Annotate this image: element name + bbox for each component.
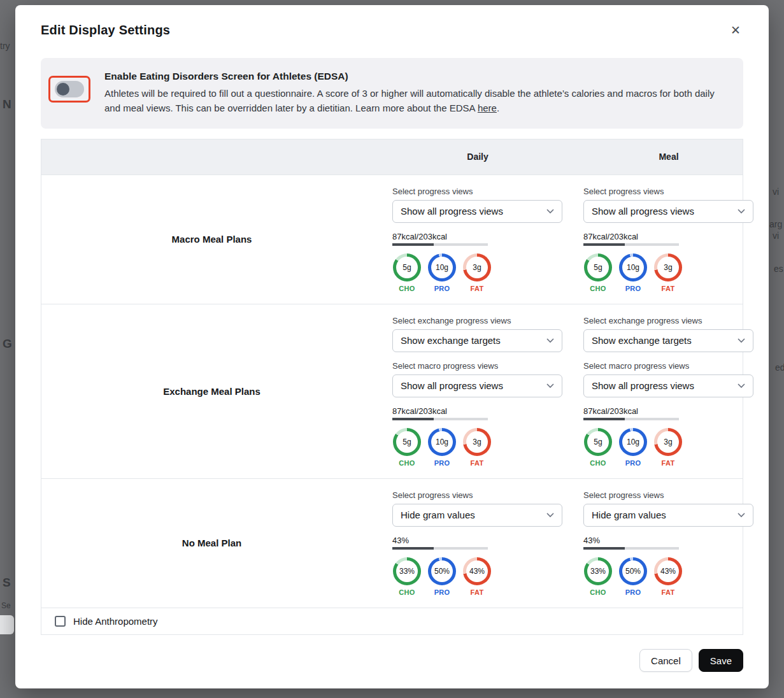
background-text-fragment: ed <box>775 362 784 373</box>
select-label: Select progress views <box>392 490 563 500</box>
edsa-text: Enable Eating Disorders Screen for Athle… <box>104 71 725 116</box>
edsa-toggle[interactable] <box>55 81 84 97</box>
row-label-macro-meal-plans: Macro Meal Plans <box>41 175 382 304</box>
macro-daily-cell: Select progress views Show all progress … <box>382 175 573 304</box>
macro-daily-progress-views-select[interactable]: Show all progress views <box>392 200 562 223</box>
chevron-down-icon <box>546 513 554 518</box>
edsa-description: Athletes will be required to fill out a … <box>104 86 725 116</box>
progress-preview: 87kcal/203kcal 5gCHO 10gPRO 3gFAT <box>392 406 563 467</box>
nomealplan-daily-progress-views-select[interactable]: Hide gram values <box>392 504 562 527</box>
background-text-fragment: Se <box>1 601 11 610</box>
background-text-fragment: S <box>3 576 11 590</box>
cho-ring: 33%CHO <box>583 557 613 596</box>
select-label: Select macro progress views <box>392 361 563 371</box>
fat-ring: 43%FAT <box>653 557 683 596</box>
chevron-down-icon <box>738 209 745 214</box>
fat-ring: 3gFAT <box>653 253 683 292</box>
edsa-panel: Enable Eating Disorders Screen for Athle… <box>41 58 743 129</box>
fat-ring: 43%FAT <box>462 557 492 596</box>
edsa-title: Enable Eating Disorders Screen for Athle… <box>104 71 725 82</box>
display-settings-table: Daily Meal Macro Meal Plans Select progr… <box>41 139 743 635</box>
background-text-fragment: try <box>0 41 10 51</box>
select-label: Select macro progress views <box>583 361 754 371</box>
row-label-exchange-meal-plans: Exchange Meal Plans <box>41 304 382 478</box>
cho-ring: 33%CHO <box>392 557 422 596</box>
fat-ring: 3gFAT <box>462 428 492 467</box>
chevron-down-icon <box>738 338 745 343</box>
select-label: Select progress views <box>392 187 563 196</box>
background-text-fragment: vi <box>773 187 779 197</box>
table-row: No Meal Plan Select progress views Hide … <box>41 478 743 608</box>
edsa-desc-before: Athletes will be required to fill out a … <box>104 88 715 113</box>
pro-ring: 50%PRO <box>427 557 457 596</box>
column-header-daily: Daily <box>382 152 573 162</box>
cho-ring: 5gCHO <box>583 253 613 292</box>
toggle-highlight-box <box>48 76 90 103</box>
background-text-fragment: N <box>3 97 11 111</box>
progress-preview: 87kcal/203kcal 5gCHO 10gPRO 3gFAT <box>583 406 754 467</box>
table-row: Macro Meal Plans Select progress views S… <box>41 174 743 304</box>
progress-preview: 87kcal/203kcal 5gCHO 10gPRO 3gFAT <box>583 232 754 292</box>
background-input-fragment <box>0 615 14 634</box>
select-label: Select exchange progress views <box>392 316 563 325</box>
nomealplan-meal-progress-views-select[interactable]: Hide gram values <box>583 504 753 527</box>
hide-anthropometry-label: Hide Anthropometry <box>73 616 158 627</box>
exchange-daily-macro-progress-select[interactable]: Show all progress views <box>392 374 562 397</box>
row-label-no-meal-plan: No Meal Plan <box>41 479 382 608</box>
chevron-down-icon <box>546 383 554 388</box>
table-header: Daily Meal <box>41 139 743 174</box>
close-icon[interactable]: ✕ <box>728 22 743 39</box>
modal-title: Edit Display Settings <box>41 23 170 38</box>
progress-preview: 87kcal/203kcal 5gCHO 10gPRO 3gFAT <box>392 232 563 292</box>
pro-ring: 10gPRO <box>618 253 648 292</box>
edsa-here-link[interactable]: here <box>478 103 497 113</box>
background-text-fragment: arg <box>769 219 782 229</box>
exchange-meal-macro-progress-select[interactable]: Show all progress views <box>583 374 753 397</box>
exchange-daily-cell: Select exchange progress views Show exch… <box>382 304 573 478</box>
macro-meal-progress-views-select[interactable]: Show all progress views <box>583 200 753 223</box>
edit-display-settings-modal: Edit Display Settings ✕ Enable Eating Di… <box>15 5 769 688</box>
background-text-fragment: G <box>3 337 12 351</box>
pro-ring: 50%PRO <box>618 557 648 596</box>
save-button[interactable]: Save <box>699 649 743 672</box>
progress-preview: 43% 33%CHO 50%PRO 43%FAT <box>583 536 754 596</box>
exchange-meal-exchange-progress-select[interactable]: Show exchange targets <box>583 329 753 352</box>
cho-ring: 5gCHO <box>392 428 422 467</box>
edsa-desc-after: . <box>497 103 499 113</box>
chevron-down-icon <box>546 209 554 214</box>
cho-ring: 5gCHO <box>392 253 422 292</box>
percent-progress-bar <box>583 547 679 550</box>
column-header-meal: Meal <box>573 152 764 162</box>
fat-ring: 3gFAT <box>462 253 492 292</box>
background-text-fragment: vi <box>773 231 779 241</box>
select-label: Select exchange progress views <box>583 316 754 325</box>
pro-ring: 10gPRO <box>427 253 457 292</box>
chevron-down-icon <box>546 338 554 343</box>
kcal-progress-bar <box>583 243 679 246</box>
pro-ring: 10gPRO <box>618 428 648 467</box>
toggle-knob <box>57 83 69 96</box>
kcal-progress-bar <box>583 418 679 420</box>
modal-header: Edit Display Settings ✕ <box>15 5 769 39</box>
nomealplan-daily-cell: Select progress views Hide gram values 4… <box>382 479 573 608</box>
cho-ring: 5gCHO <box>583 428 613 467</box>
select-label: Select progress views <box>583 490 754 500</box>
percent-progress-bar <box>392 547 488 550</box>
kcal-progress-bar <box>392 418 488 420</box>
pro-ring: 10gPRO <box>427 428 457 467</box>
background-text-fragment: es <box>774 264 783 274</box>
nomealplan-meal-cell: Select progress views Hide gram values 4… <box>573 479 764 608</box>
hide-anthropometry-checkbox[interactable] <box>55 616 66 627</box>
macro-meal-cell: Select progress views Show all progress … <box>573 175 764 304</box>
exchange-meal-cell: Select exchange progress views Show exch… <box>573 304 764 478</box>
hide-anthropometry-row: Hide Anthropometry <box>41 608 743 634</box>
select-label: Select progress views <box>583 187 754 196</box>
cancel-button[interactable]: Cancel <box>639 649 692 672</box>
table-row: Exchange Meal Plans Select exchange prog… <box>41 304 743 478</box>
exchange-daily-exchange-progress-select[interactable]: Show exchange targets <box>392 329 562 352</box>
chevron-down-icon <box>738 513 745 518</box>
chevron-down-icon <box>738 383 745 388</box>
kcal-progress-bar <box>392 243 488 246</box>
progress-preview: 43% 33%CHO 50%PRO 43%FAT <box>392 536 563 596</box>
fat-ring: 3gFAT <box>653 428 683 467</box>
